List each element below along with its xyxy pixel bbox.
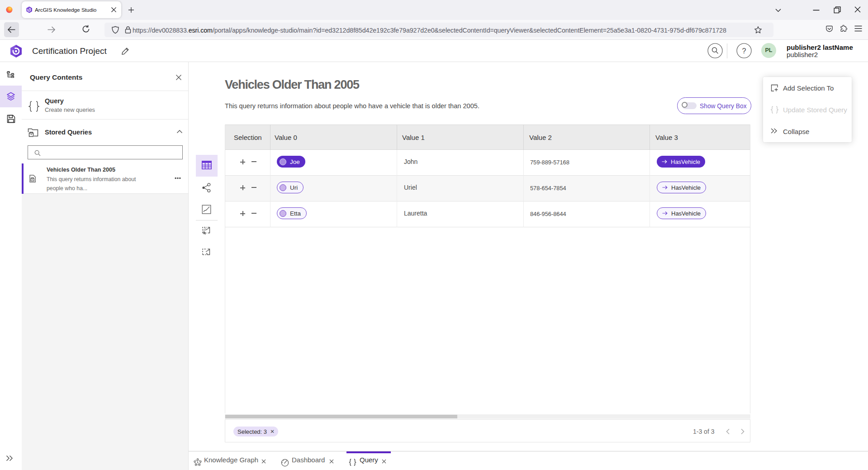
svg-text:?: ? [742,47,746,55]
